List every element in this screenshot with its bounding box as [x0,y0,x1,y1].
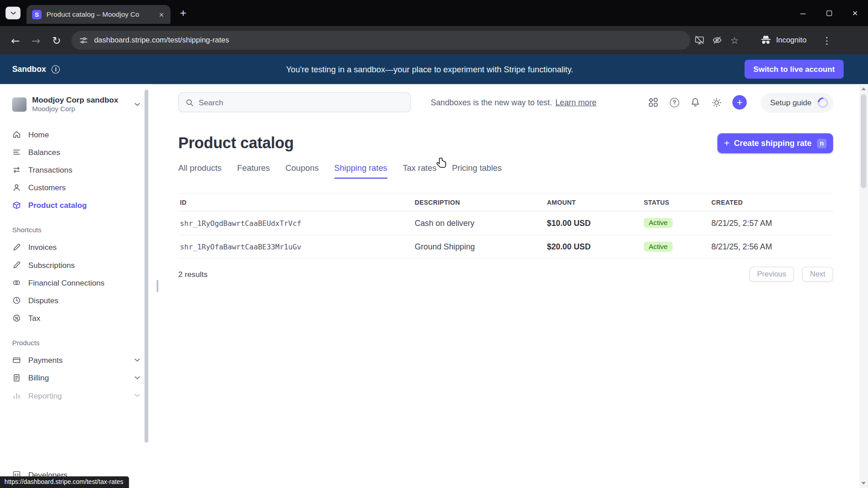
results-count: 2 results [178,270,208,279]
bookmark-star-icon[interactable]: ☆ [726,31,743,49]
sidebar-item-balances[interactable]: Balances [0,143,152,161]
page-title: Product catalog [178,135,293,152]
sidebar-item-customers[interactable]: Customers [0,179,152,197]
stripe-favicon: S [32,9,42,19]
close-button[interactable]: × [842,0,868,26]
tab-coupons[interactable]: Coupons [285,163,319,178]
minimize-button[interactable]: – [790,0,816,26]
site-info-icon[interactable] [79,36,88,45]
tab-shipping-rates[interactable]: Shipping rates [334,163,387,178]
scrollbar-thumb[interactable] [861,94,866,188]
products-section-title: Products [0,327,152,352]
sidebar-item-label: Tax [28,314,40,323]
sidebar-scrollbar-thumb[interactable] [145,89,149,442]
url-text: dashboard.stripe.com/test/shipping-rates [94,36,229,44]
cast-off-icon[interactable] [690,31,708,49]
tab-tax-rates[interactable]: Tax rates [403,163,437,178]
sidebar-item-label: Customers [28,183,66,192]
sandbox-label-group: Sandbox i [12,65,60,74]
cell-created: 8/21/25, 2:56 AM [711,242,831,251]
bell-icon[interactable] [688,95,703,110]
tab-close-icon[interactable]: × [158,10,165,19]
learn-more-link[interactable]: Learn more [555,98,596,107]
tab-features[interactable]: Features [237,163,270,178]
column-description: DESCRIPTION [415,199,547,206]
window-controls: – × [790,0,868,26]
notice-text: Sandboxes is the new way to test. [431,98,552,107]
maximize-icon [826,10,832,16]
forward-button[interactable]: → [27,31,46,50]
incognito-badge: Incognito [760,35,807,45]
apps-grid-icon[interactable] [646,95,660,110]
table-row[interactable]: shr_1RyOgdBawrtCaaBEUdxTrVcf Cash on del… [178,211,833,235]
incognito-icon [760,35,772,45]
table-row[interactable]: shr_1RyOfaBawrtCaaBE33Mr1uGv Ground Ship… [178,235,833,259]
switch-to-live-button[interactable]: Switch to live account [745,60,844,79]
new-tab-button[interactable]: + [180,7,186,19]
pen-icon [12,243,21,252]
sidebar-item-label: Billing [28,374,49,383]
search-input[interactable] [199,98,404,107]
chevron-down-icon [135,376,140,380]
tab-all-products[interactable]: All products [178,163,222,178]
back-button[interactable]: ← [6,31,25,50]
sidebar-item-tax[interactable]: Tax [0,309,152,327]
person-icon [12,183,21,192]
sidebar-item-subscriptions[interactable]: Subscriptions [0,256,152,274]
sidebar-item-label: Reporting [28,391,61,400]
shipping-rates-table: ID DESCRIPTION AMOUNT STATUS CREATED shr… [178,193,833,282]
scroll-up-arrow-icon[interactable] [861,87,866,90]
browser-tab[interactable]: S Product catalog – Moodjoy Co × [27,5,170,24]
create-plus-button[interactable]: + [732,95,747,110]
sidebar-item-payments[interactable]: Payments [0,352,152,369]
previous-button[interactable]: Previous [750,267,794,282]
plus-icon: + [724,139,729,148]
sidebar-nav: Home Balances Transactions Customers Pro… [0,119,152,404]
page-header: Product catalog + Create shipping rate n [178,133,833,153]
create-shipping-rate-button[interactable]: + Create shipping rate n [717,133,833,153]
account-org: Moodjoy Corp [32,104,118,113]
search-icon [185,98,193,106]
address-bar[interactable]: dashboard.stripe.com/test/shipping-rates [71,31,690,50]
cell-amount: $10.00 USD [547,219,644,228]
sidebar-item-home[interactable]: Home [0,126,152,143]
browser-toolbar: ← → ↻ dashboard.stripe.com/test/shipping… [0,26,868,54]
setup-guide-button[interactable]: Setup guide [761,93,833,112]
chevron-down-icon [135,394,140,397]
clock-icon [12,296,21,305]
sidebar-item-reporting[interactable]: Reporting [0,387,152,404]
cell-description: Cash on delivery [415,219,547,228]
catalog-tabs: All products Features Coupons Shipping r… [178,163,833,178]
document-icon [12,374,21,383]
column-created: CREATED [711,199,831,206]
browser-menu-icon[interactable]: ⋮ [819,35,835,46]
tab-search-button[interactable] [5,7,20,19]
sidebar-item-invoices[interactable]: Invoices [0,239,152,256]
help-icon[interactable]: ? [667,95,682,110]
gear-icon[interactable] [709,95,724,110]
maximize-button[interactable] [816,0,842,26]
tab-pricing-tables[interactable]: Pricing tables [452,163,502,178]
sidebar: Moodjoy Corp sandbox Moodjoy Corp Home B… [0,84,152,488]
sidebar-item-transactions[interactable]: Transactions [0,161,152,178]
next-button[interactable]: Next [802,267,833,282]
sidebar-item-product-catalog[interactable]: Product catalog [0,197,152,214]
sidebar-item-disputes[interactable]: Disputes [0,291,152,309]
search-box[interactable] [178,92,410,112]
page-scrollbar[interactable] [859,84,868,488]
cell-created: 8/21/25, 2:57 AM [711,219,831,228]
sidebar-item-financial-connections[interactable]: Financial Connections [0,274,152,291]
eye-slash-icon[interactable] [708,31,726,49]
column-status: STATUS [644,199,711,206]
scroll-down-arrow-icon[interactable] [861,482,866,485]
setup-guide-label: Setup guide [770,98,812,107]
browser-window: S Product catalog – Moodjoy Co × + – × ←… [0,0,868,488]
account-switcher[interactable]: Moodjoy Corp sandbox Moodjoy Corp [0,84,152,119]
sidebar-item-billing[interactable]: Billing [0,369,152,387]
browser-titlebar: S Product catalog – Moodjoy Co × + – × [0,0,868,26]
dashboard-topbar: Sandboxes is the new way to test. Learn … [178,92,833,112]
reload-button[interactable]: ↻ [47,31,66,50]
home-icon [12,130,21,139]
status-badge: Active [644,218,673,228]
info-icon[interactable]: i [52,65,60,73]
